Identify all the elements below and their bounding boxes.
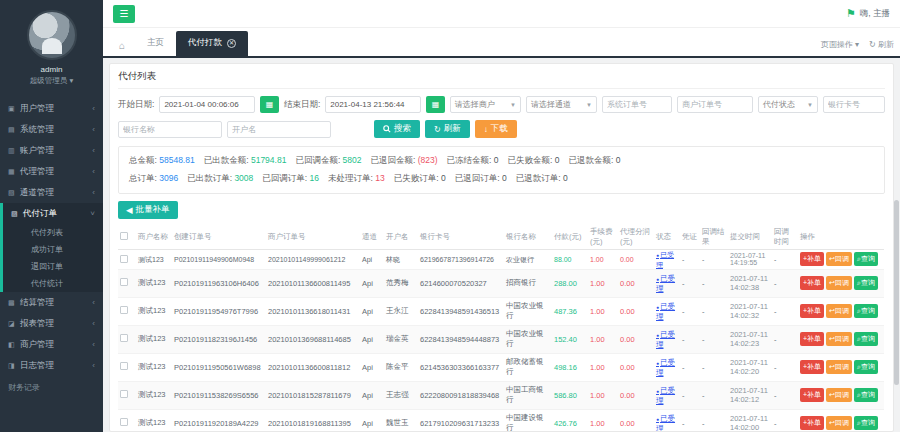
query-button[interactable]: ⌕查询	[854, 416, 878, 430]
sidebar-group: ▨代付订单˅代付列表成功订单退回订单代付统计	[0, 203, 103, 292]
payout-status-select[interactable]: 代付状态 ▼	[758, 96, 818, 113]
sidebar-item-6[interactable]: ▩结算管理‹	[0, 292, 103, 313]
status-link[interactable]: 已受理	[656, 358, 678, 377]
refresh-button[interactable]: ↻ 刷新	[425, 120, 470, 138]
calendar-icon[interactable]: ▦	[426, 96, 445, 113]
tab-home-page[interactable]: 主页	[135, 31, 176, 56]
refresh-tab-button[interactable]: ↻ 刷新	[869, 39, 894, 50]
repair-order-button[interactable]: +补单	[800, 416, 824, 430]
cell-mch_no: 20210101136618011431	[266, 297, 360, 325]
merchant-select[interactable]: 请选择商户 ▼	[450, 96, 521, 113]
callback-button[interactable]: ↩回调	[826, 276, 852, 290]
cell-create_no: P02101911963106H6406	[172, 269, 266, 297]
query-button[interactable]: ⌕查询	[854, 252, 878, 266]
sidebar-item-1[interactable]: ▤系统管理‹	[0, 119, 103, 140]
query-button[interactable]: ⌕查询	[854, 304, 878, 318]
sidebar-item-0[interactable]: ▣用户管理‹	[0, 98, 103, 119]
repair-order-button[interactable]: +补单	[800, 276, 824, 290]
row-checkbox[interactable]	[120, 418, 128, 426]
home-icon[interactable]: ⌂	[109, 40, 135, 56]
row-checkbox[interactable]	[120, 278, 128, 286]
row-checkbox[interactable]	[120, 390, 128, 398]
callback-button[interactable]: ↩回调	[826, 416, 852, 430]
row-checkbox[interactable]	[120, 255, 128, 263]
sidebar-item-5[interactable]: ▨代付订单˅	[3, 203, 103, 224]
sidebar-item-2[interactable]: ▥账户管理‹	[0, 140, 103, 161]
sidebar-item-label: 通道管理	[20, 187, 92, 199]
callback-button[interactable]: ↩回调	[826, 304, 852, 318]
stat-item: 未处理订单: 13	[328, 173, 388, 183]
status-link[interactable]: 已受理	[656, 386, 678, 405]
select-all-checkbox[interactable]	[120, 232, 128, 240]
hamburger-menu-icon[interactable]: ☰	[113, 5, 135, 23]
repair-order-button[interactable]: +补单	[800, 388, 824, 402]
bank-card-input[interactable]	[823, 96, 885, 113]
avatar[interactable]	[27, 10, 77, 60]
callback-button[interactable]: ↩回调	[826, 332, 852, 346]
batch-repair-button[interactable]: ◀ 批量补单	[118, 201, 178, 219]
account-name-input[interactable]	[227, 121, 331, 138]
cell-callback_time: -	[772, 325, 798, 353]
sidebar-item-footer[interactable]: 财务记录	[0, 376, 103, 399]
end-date-input[interactable]	[325, 96, 421, 113]
search-icon: ⌕	[857, 335, 861, 342]
row-checkbox[interactable]	[120, 362, 128, 370]
query-button[interactable]: ⌕查询	[854, 360, 878, 374]
plus-icon: +	[803, 419, 807, 426]
channel-icon: ▧	[8, 189, 20, 197]
tab-payout[interactable]: 代付打款 ✕	[176, 31, 248, 56]
stat-item: 已出款金额: 51794.81	[204, 155, 290, 165]
sidebar-subitem[interactable]: 退回订单	[3, 258, 103, 275]
callback-button[interactable]: ↩回调	[826, 388, 852, 402]
callback-button[interactable]: ↩回调	[826, 252, 852, 266]
callback-button[interactable]: ↩回调	[826, 360, 852, 374]
start-date-input[interactable]	[159, 96, 255, 113]
cell-agent: 0.00	[618, 297, 654, 325]
repair-order-button[interactable]: +补单	[800, 360, 824, 374]
sidebar-subitem[interactable]: 成功订单	[3, 241, 103, 258]
bank-name-input[interactable]	[118, 121, 222, 138]
sidebar-group: ◪报表管理‹	[0, 313, 103, 334]
query-button[interactable]: ⌕查询	[854, 388, 878, 402]
search-button[interactable]: 搜索	[374, 120, 420, 138]
repair-order-button[interactable]: +补单	[800, 304, 824, 318]
sidebar-item-7[interactable]: ◪报表管理‹	[0, 313, 103, 334]
status-link[interactable]: 已受理	[656, 414, 678, 432]
query-button[interactable]: ⌕查询	[854, 276, 878, 290]
header-greeting[interactable]: ⚑ 嗨, 主播	[846, 7, 890, 20]
cell-create_no: P02101911920189A4229	[172, 409, 266, 432]
sidebar-subitem[interactable]: 代付统计	[3, 275, 103, 292]
sidebar-item-3[interactable]: ▦代理管理‹	[0, 161, 103, 182]
cell-status: 已受理	[654, 325, 680, 353]
sidebar-item-9[interactable]: ◨日志管理‹	[0, 355, 103, 376]
system-order-input[interactable]	[602, 96, 672, 113]
status-link[interactable]: 已受理	[656, 330, 678, 349]
repair-order-button[interactable]: +补单	[800, 332, 824, 346]
user-profile[interactable]: admin 超级管理员 ▾	[0, 0, 103, 92]
row-checkbox[interactable]	[120, 334, 128, 342]
sidebar-item-8[interactable]: ◧商户管理‹	[0, 334, 103, 355]
cell-agent: 0.00	[618, 325, 654, 353]
calendar-icon[interactable]: ▦	[260, 96, 279, 113]
row-checkbox[interactable]	[120, 306, 128, 314]
repair-order-button[interactable]: +补单	[800, 252, 824, 266]
vertical-scrollbar[interactable]	[894, 200, 899, 385]
sidebar-item-label: 账户管理	[20, 145, 92, 157]
query-button[interactable]: ⌕查询	[854, 332, 878, 346]
close-icon[interactable]: ✕	[227, 39, 236, 48]
status-link[interactable]: 已受理	[656, 274, 678, 293]
channel-select[interactable]: 请选择通道 ▼	[526, 96, 597, 113]
column-header-callback_time: 回调时间	[772, 225, 798, 250]
merchant-order-input[interactable]	[677, 96, 753, 113]
cell-channel: Api	[360, 297, 384, 325]
cell-channel: Api	[360, 325, 384, 353]
user-role-dropdown[interactable]: 超级管理员 ▾	[0, 76, 103, 86]
download-button[interactable]: ↓ 下载	[475, 120, 517, 138]
cell-submit_time: 2021-07-1114:02:20	[728, 353, 772, 381]
status-link[interactable]: 已受理	[656, 250, 678, 269]
cell-bank: 中国农业银行	[504, 297, 552, 325]
sidebar-item-4[interactable]: ▧通道管理‹	[0, 182, 103, 203]
sidebar-subitem[interactable]: 代付列表	[3, 224, 103, 241]
status-link[interactable]: 已受理	[656, 302, 678, 321]
page-actions-dropdown[interactable]: 页面操作 ▾	[821, 39, 859, 50]
